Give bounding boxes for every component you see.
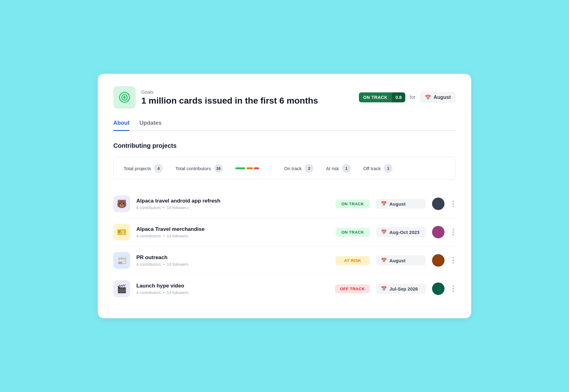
total-projects-label: Total projects bbox=[124, 166, 151, 171]
on-track-badge: ON TRACK 0.8 bbox=[359, 92, 405, 102]
on-track-count: 2 bbox=[305, 164, 313, 173]
section-title: Contributing projects bbox=[113, 142, 456, 149]
avatar bbox=[432, 254, 444, 267]
project-icon: 🎫 bbox=[113, 224, 130, 240]
on-track-summary: On track 2 bbox=[284, 164, 314, 173]
off-track-summary: Off track 1 bbox=[363, 164, 393, 173]
off-track-count: 1 bbox=[384, 164, 393, 173]
project-meta: 4 contributors • 14 followers bbox=[136, 262, 329, 267]
project-icon: 📰 bbox=[113, 252, 130, 269]
badge-score: 0.8 bbox=[392, 92, 405, 102]
at-risk-count: 1 bbox=[342, 164, 351, 173]
date-label: Aug-Oct 2023 bbox=[389, 230, 420, 235]
month-label: August bbox=[434, 95, 451, 100]
goals-label: Goals bbox=[141, 89, 318, 95]
calendar-icon: 📅 bbox=[425, 95, 431, 100]
project-name: Launch hype video bbox=[136, 283, 329, 289]
avatar bbox=[432, 198, 444, 210]
status-badge: ON TRACK bbox=[336, 199, 370, 208]
project-icon: 🐻 bbox=[113, 195, 130, 212]
header-right: ON TRACK 0.8 for 📅 August bbox=[359, 92, 456, 103]
tabs: About Updates bbox=[113, 120, 456, 131]
date-badge[interactable]: 📅 Aug-Oct 2023 bbox=[376, 227, 426, 237]
for-label: for bbox=[410, 95, 416, 100]
date-badge[interactable]: 📅 Jul-Sep 2026 bbox=[376, 284, 426, 294]
more-button[interactable] bbox=[451, 284, 456, 294]
more-button[interactable] bbox=[451, 199, 456, 209]
bar-orange bbox=[247, 167, 253, 169]
calendar-icon: 📅 bbox=[381, 286, 387, 292]
table-row: 🎫 Alpaca Travel merchandise 4 contributo… bbox=[113, 218, 456, 246]
date-label: Jul-Sep 2026 bbox=[389, 286, 418, 292]
more-button[interactable] bbox=[451, 227, 456, 237]
tab-about[interactable]: About bbox=[113, 120, 129, 131]
page-title: 1 million cards issued in the first 6 mo… bbox=[141, 96, 318, 106]
table-row: 📰 PR outreach 4 contributors • 14 follow… bbox=[113, 246, 456, 275]
project-info: PR outreach 4 contributors • 14 follower… bbox=[136, 254, 329, 267]
project-name: PR outreach bbox=[136, 254, 329, 261]
project-info: Alpaca travel android app refresh 4 cont… bbox=[136, 198, 329, 210]
date-badge[interactable]: 📅 August bbox=[376, 255, 426, 265]
off-track-label: Off track bbox=[363, 166, 381, 171]
tab-updates[interactable]: Updates bbox=[139, 120, 162, 131]
main-card: Goals 1 million cards issued in the firs… bbox=[98, 74, 471, 318]
project-info: Alpaca Travel merchandise 4 contributors… bbox=[136, 226, 329, 238]
status-badge: AT RISK bbox=[336, 256, 370, 265]
calendar-icon: 📅 bbox=[381, 201, 387, 207]
progress-bars bbox=[235, 167, 259, 169]
table-row: 🐻 Alpaca travel android app refresh 4 co… bbox=[113, 190, 456, 218]
total-contributors-label: Total contributors bbox=[175, 166, 211, 171]
total-projects: Total projects 4 bbox=[124, 164, 163, 173]
bar-green bbox=[235, 167, 245, 169]
svg-point-2 bbox=[123, 96, 126, 99]
month-selector[interactable]: 📅 August bbox=[420, 92, 456, 103]
divider bbox=[271, 164, 272, 173]
calendar-icon: 📅 bbox=[381, 258, 387, 263]
calendar-icon: 📅 bbox=[381, 229, 387, 235]
total-contributors-count: 16 bbox=[214, 164, 223, 173]
on-track-label: On track bbox=[284, 166, 302, 171]
project-list: 🐻 Alpaca travel android app refresh 4 co… bbox=[113, 190, 456, 303]
project-icon: 🎬 bbox=[113, 280, 130, 297]
total-projects-count: 4 bbox=[154, 164, 163, 173]
header: Goals 1 million cards issued in the firs… bbox=[113, 86, 456, 109]
more-button[interactable] bbox=[451, 255, 456, 265]
avatar bbox=[432, 226, 444, 238]
project-meta: 4 contributors • 14 followers bbox=[136, 290, 329, 295]
bar-red bbox=[254, 167, 259, 169]
goal-icon bbox=[113, 86, 136, 109]
at-risk-summary: At risk 1 bbox=[326, 164, 351, 173]
project-name: Alpaca travel android app refresh bbox=[136, 198, 329, 204]
total-contributors: Total contributors 16 bbox=[175, 164, 223, 173]
project-info: Launch hype video 4 contributors • 14 fo… bbox=[136, 283, 329, 295]
at-risk-label: At risk bbox=[326, 166, 339, 171]
status-badge: OFF TRACK bbox=[335, 284, 370, 293]
project-meta: 4 contributors • 14 followers bbox=[136, 234, 329, 238]
header-left: Goals 1 million cards issued in the firs… bbox=[113, 86, 318, 109]
date-label: August bbox=[389, 258, 406, 263]
date-label: August bbox=[389, 201, 406, 207]
status-badge: ON TRACK bbox=[336, 228, 370, 237]
date-badge[interactable]: 📅 August bbox=[376, 199, 426, 209]
avatar bbox=[432, 282, 444, 295]
project-name: Alpaca Travel merchandise bbox=[136, 226, 329, 232]
badge-label: ON TRACK bbox=[359, 92, 392, 102]
header-text: Goals 1 million cards issued in the firs… bbox=[141, 89, 318, 106]
project-meta: 4 contributors • 14 followers bbox=[136, 205, 329, 210]
table-row: 🎬 Launch hype video 4 contributors • 14 … bbox=[113, 275, 456, 303]
summary-box: Total projects 4 Total contributors 16 O… bbox=[113, 157, 456, 180]
